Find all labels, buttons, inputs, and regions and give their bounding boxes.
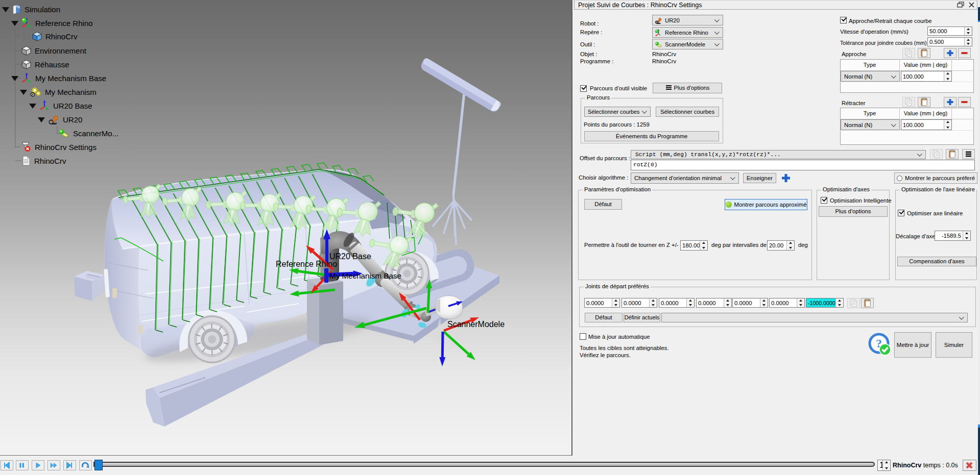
svg-text:Reference Rhino: Reference Rhino — [276, 260, 337, 268]
svg-text:My Mechanism Base: My Mechanism Base — [329, 271, 401, 280]
svg-text:ScannerModele: ScannerModele — [447, 320, 505, 329]
